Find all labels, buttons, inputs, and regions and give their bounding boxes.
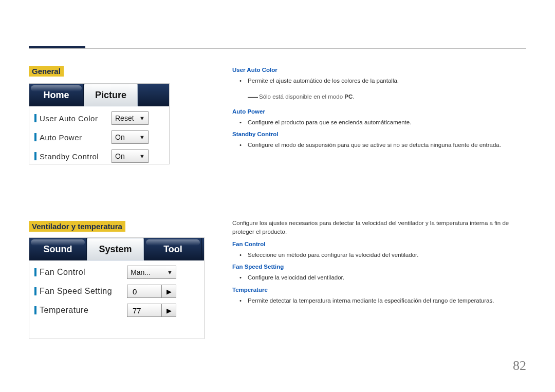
tab-tool[interactable]: Tool (144, 238, 202, 260)
spinner-value: 0 (127, 285, 161, 297)
heading-user-auto-color: User Auto Color (232, 66, 526, 74)
chevron-down-icon: ▼ (167, 269, 173, 275)
chevron-down-icon: ▼ (139, 115, 145, 121)
spinner-fan-speed[interactable]: 0 ▶ (127, 285, 176, 298)
dropdown-value: On (115, 152, 125, 160)
heading-fan-control: Fan Control (232, 240, 526, 249)
tab-sound[interactable]: Sound (29, 238, 87, 260)
chevron-down-icon: ▼ (139, 134, 145, 140)
tick-icon (34, 114, 36, 122)
desc-fan-control: Seleccione un método para configurar la … (243, 251, 526, 259)
tick-icon (34, 306, 36, 314)
heading-temperature: Temperature (232, 286, 526, 294)
row-temperature: Temperature 77 ▶ (34, 302, 199, 319)
dropdown-value: Man... (131, 268, 151, 276)
dropdown-auto-power[interactable]: On▼ (112, 130, 149, 144)
desc-temperature: Permite detectar la temperatura interna … (243, 296, 526, 305)
heading-standby-control: Standby Control (232, 130, 526, 139)
dropdown-value: On (115, 133, 125, 141)
tick-icon (34, 287, 36, 295)
row-auto-power: Auto Power On▼ (34, 128, 164, 146)
dropdown-user-auto-color[interactable]: Reset▼ (112, 111, 149, 125)
tab-picture[interactable]: Picture (84, 84, 138, 106)
label-text: Fan Control (40, 268, 85, 277)
desc-auto-power: Configure el producto para que se encien… (243, 118, 526, 127)
row-label: Fan Control (34, 268, 127, 277)
row-fan-control: Fan Control Man...▼ (34, 264, 199, 281)
tabs-general: Home Picture (29, 84, 169, 106)
label-text: Standby Control (40, 152, 99, 161)
tick-icon (34, 133, 36, 141)
dropdown-value: Reset (115, 114, 134, 122)
note-pc-only: ―Sólo está disponible en el modo PC. (232, 89, 526, 104)
tick-icon (34, 152, 36, 160)
header-rule-light (29, 48, 526, 49)
section-heading-fan: Ventilador y temperatura (29, 221, 125, 232)
row-label: Standby Control (34, 152, 112, 161)
spinner-step-button[interactable]: ▶ (161, 285, 176, 297)
tab-system[interactable]: System (87, 238, 144, 260)
row-standby-control: Standby Control On▼ (34, 147, 164, 165)
label-text: Fan Speed Setting (40, 287, 112, 296)
desc-user-auto-color: Permite el ajuste automático de los colo… (243, 77, 526, 85)
general-text: User Auto Color Permite el ajuste automá… (232, 66, 526, 153)
dropdown-fan-control[interactable]: Man...▼ (127, 266, 176, 279)
tab-home[interactable]: Home (29, 84, 84, 106)
fan-intro: Configure los ajustes necesarios para de… (232, 219, 526, 237)
desc-fan-speed: Configure la velocidad del ventilador. (243, 273, 526, 282)
screenshot-general: Home Picture User Auto Color Reset▼ Auto… (29, 83, 170, 164)
tabs-fan: Sound System Tool (29, 238, 204, 260)
tick-icon (34, 268, 36, 276)
note-text: Sólo está disponible en el modo (259, 94, 344, 100)
fan-text: Configure los ajustes necesarios para de… (232, 219, 526, 308)
spinner-value: 77 (127, 304, 161, 316)
note-pc: PC (344, 94, 353, 100)
label-text: Temperature (40, 306, 88, 315)
chevron-down-icon: ▼ (139, 153, 145, 159)
row-user-auto-color: User Auto Color Reset▼ (34, 109, 164, 127)
page-number: 82 (513, 358, 526, 374)
heading-auto-power: Auto Power (232, 107, 526, 116)
desc-standby-control: Configure el modo de suspensión para que… (243, 141, 526, 150)
screenshot-fan: Sound System Tool Fan Control Man...▼ Fa… (29, 237, 205, 339)
label-text: Auto Power (40, 133, 82, 142)
spinner-temperature[interactable]: 77 ▶ (127, 304, 176, 317)
row-label: Auto Power (34, 133, 112, 142)
heading-fan-speed: Fan Speed Setting (232, 263, 526, 271)
label-text: User Auto Color (40, 114, 98, 123)
note-suffix: . (353, 94, 354, 100)
dash-icon: ― (248, 91, 258, 102)
row-label: User Auto Color (34, 114, 112, 123)
row-label: Temperature (34, 306, 127, 315)
row-fan-speed-setting: Fan Speed Setting 0 ▶ (34, 283, 199, 300)
dropdown-standby-control[interactable]: On▼ (112, 150, 149, 163)
spinner-step-button[interactable]: ▶ (161, 304, 176, 316)
section-heading-general: General (29, 66, 64, 77)
row-label: Fan Speed Setting (34, 287, 127, 296)
